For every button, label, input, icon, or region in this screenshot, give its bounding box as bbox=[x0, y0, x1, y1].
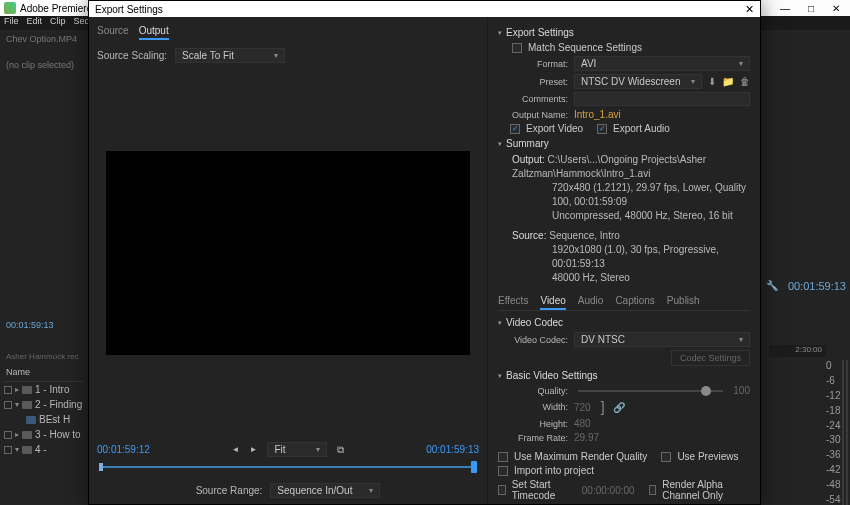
bin-label[interactable]: 1 - Intro bbox=[35, 384, 69, 395]
visibility-toggle[interactable] bbox=[4, 431, 12, 439]
summary-output-line2: 720x480 (1.2121), 29.97 fps, Lower, Qual… bbox=[552, 181, 750, 209]
start-timecode-checkbox[interactable] bbox=[498, 485, 506, 495]
visibility-toggle[interactable] bbox=[4, 401, 12, 409]
chevron-right-icon[interactable]: ▸ bbox=[15, 430, 19, 439]
tab-video[interactable]: Video bbox=[540, 293, 565, 310]
chevron-down-icon[interactable]: ▾ bbox=[15, 445, 19, 454]
timeline-timecode[interactable]: 00:01:59:13 bbox=[6, 320, 54, 330]
in-point-handle[interactable] bbox=[99, 463, 103, 471]
comments-input[interactable] bbox=[574, 92, 750, 106]
export-audio-checkbox[interactable] bbox=[597, 124, 607, 134]
import-project-checkbox[interactable] bbox=[498, 466, 508, 476]
quality-label: Quality: bbox=[498, 386, 568, 396]
twirl-icon[interactable]: ▾ bbox=[498, 319, 502, 327]
export-audio-label: Export Audio bbox=[613, 123, 670, 134]
meter-scale: 0-6-12-18-24-30-36-42-48-54dB bbox=[826, 360, 840, 505]
width-label: Width: bbox=[498, 402, 568, 412]
tab-source[interactable]: Source bbox=[97, 23, 129, 40]
time-ruler[interactable]: 2:30:00 bbox=[769, 345, 826, 357]
visibility-toggle[interactable] bbox=[4, 386, 12, 394]
visibility-toggle[interactable] bbox=[4, 446, 12, 454]
twirl-icon[interactable]: ▾ bbox=[498, 372, 502, 380]
bin-row: ▾4 - bbox=[4, 442, 84, 457]
win-close[interactable]: ✕ bbox=[832, 3, 840, 14]
chevron-down-icon: ▾ bbox=[691, 77, 695, 86]
win-minimize[interactable]: — bbox=[780, 3, 790, 14]
out-point-handle[interactable] bbox=[471, 461, 477, 473]
settings-icon[interactable]: 🔧 bbox=[766, 280, 778, 291]
audio-meter-l bbox=[842, 360, 844, 505]
fit-select[interactable]: Fit▾ bbox=[267, 442, 327, 457]
tab-captions[interactable]: Captions bbox=[615, 293, 654, 310]
tab-output[interactable]: Output bbox=[139, 23, 169, 40]
bin-row: ▸3 - How to bbox=[4, 427, 84, 442]
menu-edit[interactable]: Edit bbox=[27, 16, 43, 30]
bin-row: ▸1 - Intro bbox=[4, 382, 84, 397]
use-previews-label: Use Previews bbox=[677, 451, 738, 462]
menu-file[interactable]: File bbox=[4, 16, 19, 30]
bin-label[interactable]: 2 - Finding bbox=[35, 399, 82, 410]
start-timecode-label: Set Start Timecode bbox=[512, 479, 572, 501]
tab-effects[interactable]: Effects bbox=[498, 293, 528, 310]
aspect-crop-button[interactable]: ⧉ bbox=[337, 444, 344, 456]
win-maximize[interactable]: □ bbox=[808, 3, 814, 14]
twirl-icon[interactable]: ▾ bbox=[498, 140, 502, 148]
bin-row: ▾2 - Finding bbox=[4, 397, 84, 412]
twirl-icon[interactable]: ▾ bbox=[498, 29, 502, 37]
dialog-title: Export Settings bbox=[95, 4, 163, 15]
format-select[interactable]: AVI▾ bbox=[574, 56, 750, 71]
col-header-name[interactable]: Name bbox=[4, 363, 84, 382]
link-dimensions-icon[interactable]: ] bbox=[601, 399, 605, 415]
chevron-down-icon[interactable]: ▾ bbox=[15, 400, 19, 409]
chevron-down-icon: ▾ bbox=[274, 51, 278, 60]
tab-publish[interactable]: Publish bbox=[667, 293, 700, 310]
alpha-channel-label: Render Alpha Channel Only bbox=[662, 479, 750, 501]
output-name-label: Output Name: bbox=[498, 110, 568, 120]
scrub-bar[interactable] bbox=[99, 461, 477, 473]
step-forward-button[interactable]: ► bbox=[250, 445, 258, 454]
video-codec-select[interactable]: DV NTSC▾ bbox=[574, 332, 750, 347]
step-back-button[interactable]: ◄ bbox=[232, 445, 240, 454]
match-sequence-checkbox[interactable] bbox=[512, 43, 522, 53]
start-timecode-value: 00:00:00:00 bbox=[582, 485, 635, 496]
program-timecode[interactable]: 00:01:59:13 bbox=[788, 280, 846, 292]
import-preset-icon[interactable]: 📁 bbox=[722, 76, 734, 87]
summary-output-line3: Uncompressed, 48000 Hz, Stereo, 16 bit bbox=[552, 209, 750, 223]
comments-label: Comments: bbox=[498, 94, 568, 104]
clip-label[interactable]: BEst H bbox=[39, 414, 70, 425]
height-value: 480 bbox=[574, 418, 591, 429]
source-range-select[interactable]: Sequence In/Out▾ bbox=[270, 483, 380, 498]
tc-in[interactable]: 00:01:59:12 bbox=[97, 444, 150, 455]
audio-meter-r bbox=[846, 360, 848, 505]
link-icon[interactable]: 🔗 bbox=[613, 402, 625, 413]
alpha-channel-checkbox[interactable] bbox=[649, 485, 657, 495]
output-name-link[interactable]: Intro_1.avi bbox=[574, 109, 621, 120]
export-video-checkbox[interactable] bbox=[510, 124, 520, 134]
summary-source-line3: 48000 Hz, Stereo bbox=[552, 271, 750, 285]
delete-preset-icon[interactable]: 🗑 bbox=[740, 76, 750, 87]
section-basic-video: Basic Video Settings bbox=[506, 370, 598, 381]
chevron-right-icon[interactable]: ▸ bbox=[15, 385, 19, 394]
chevron-down-icon: ▾ bbox=[369, 486, 373, 495]
bin-label[interactable]: 3 - How to bbox=[35, 429, 81, 440]
quality-slider[interactable] bbox=[578, 390, 723, 392]
export-settings-dialog: Export Settings ✕ Source Output Source S… bbox=[88, 0, 761, 505]
summary-output-label: Output: bbox=[512, 154, 545, 165]
tc-out[interactable]: 00:01:59:13 bbox=[426, 444, 479, 455]
codec-settings-button: Codec Settings bbox=[671, 350, 750, 366]
slider-knob[interactable] bbox=[701, 386, 711, 396]
source-scaling-select[interactable]: Scale To Fit▾ bbox=[175, 48, 285, 63]
bin-label[interactable]: 4 - bbox=[35, 444, 47, 455]
clip-icon bbox=[26, 416, 36, 424]
preset-select[interactable]: NTSC DV Widescreen▾ bbox=[574, 74, 702, 89]
save-preset-icon[interactable]: ⬇ bbox=[708, 76, 716, 87]
max-render-checkbox[interactable] bbox=[498, 452, 508, 462]
summary-source-line1: Sequence, Intro bbox=[549, 230, 620, 241]
section-codec: Video Codec bbox=[506, 317, 563, 328]
close-icon[interactable]: ✕ bbox=[745, 3, 754, 16]
app-logo bbox=[4, 2, 16, 14]
height-label: Height: bbox=[498, 419, 568, 429]
use-previews-checkbox[interactable] bbox=[661, 452, 671, 462]
tab-audio[interactable]: Audio bbox=[578, 293, 604, 310]
menu-clip[interactable]: Clip bbox=[50, 16, 66, 30]
